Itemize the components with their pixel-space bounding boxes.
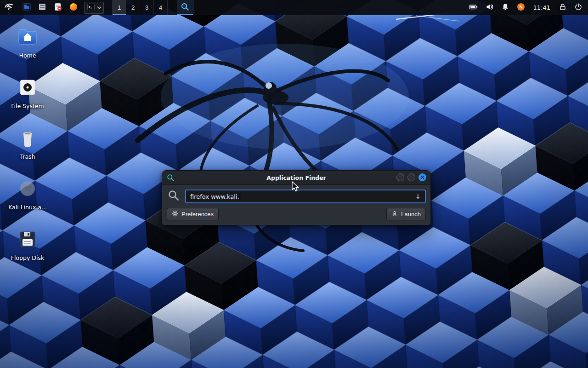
screen-lock-button[interactable] bbox=[559, 0, 567, 15]
desktop-icon-file-system[interactable]: File System bbox=[5, 76, 51, 109]
window-title: Application Finder bbox=[266, 174, 326, 181]
terminal-icon bbox=[86, 2, 96, 13]
launcher-file-manager[interactable] bbox=[22, 0, 31, 15]
volume-button[interactable] bbox=[486, 0, 494, 15]
title-bar[interactable]: Application Finder bbox=[162, 171, 430, 185]
launch-icon bbox=[391, 210, 398, 218]
app-finder-window: Application Finder bbox=[162, 170, 431, 225]
panel-separator bbox=[172, 4, 172, 12]
app-finder-icon bbox=[181, 2, 190, 13]
floppy-disk-icon bbox=[17, 228, 39, 252]
launcher-files[interactable] bbox=[38, 0, 47, 15]
search-row: firefox www.kali. ↓ bbox=[162, 185, 430, 207]
home-folder-icon bbox=[17, 26, 39, 50]
system-tray: 11:41 bbox=[465, 0, 586, 15]
speaker-icon bbox=[486, 3, 494, 12]
launcher-firefox[interactable] bbox=[69, 0, 78, 15]
hard-drive-icon bbox=[17, 76, 39, 100]
desktop-icon-floppy-disk[interactable]: Floppy Disk bbox=[5, 228, 51, 261]
launch-button[interactable]: Launch bbox=[386, 208, 426, 220]
chevron-down-icon bbox=[97, 3, 102, 12]
preferences-label: Preferences bbox=[181, 211, 214, 218]
updates-icon bbox=[517, 3, 525, 12]
close-button[interactable] bbox=[418, 173, 426, 181]
window-controls bbox=[396, 173, 426, 181]
file-cabinet-icon bbox=[38, 2, 47, 13]
history-dropdown-arrow-icon[interactable]: ↓ bbox=[415, 192, 421, 201]
workspace-1[interactable]: 1 bbox=[112, 0, 126, 15]
battery-indicator[interactable] bbox=[469, 0, 478, 15]
desktop-icon-label: Trash bbox=[20, 153, 35, 160]
close-icon bbox=[420, 174, 424, 181]
workspace-3[interactable]: 3 bbox=[140, 0, 154, 15]
taskbar-app-finder-button[interactable] bbox=[177, 0, 193, 15]
text-editor-icon bbox=[53, 2, 62, 13]
minimize-button[interactable] bbox=[396, 173, 404, 181]
desktop-icon-label: Kali Linux a... bbox=[8, 204, 47, 211]
firefox-icon bbox=[69, 2, 78, 13]
workspace-4[interactable]: 4 bbox=[153, 0, 168, 15]
search-icon bbox=[168, 190, 180, 203]
desktop-icon-kali-linux[interactable]: Kali Linux a... bbox=[5, 178, 51, 211]
launcher-text-editor[interactable] bbox=[53, 0, 62, 15]
kali-menu-button[interactable] bbox=[4, 0, 14, 15]
file-manager-icon bbox=[22, 2, 31, 13]
battery-icon bbox=[469, 4, 478, 12]
desktop-icon-list: Home File System Trash bbox=[5, 26, 51, 261]
gear-icon bbox=[172, 210, 178, 218]
desktop-icon-label: Floppy Disk bbox=[11, 254, 44, 261]
preferences-button[interactable]: Preferences bbox=[167, 208, 219, 220]
bell-icon bbox=[501, 3, 509, 12]
lock-icon bbox=[559, 3, 567, 12]
terminal-dropdown-button[interactable] bbox=[84, 2, 104, 14]
trash-icon bbox=[17, 127, 39, 151]
logout-button[interactable] bbox=[574, 0, 582, 15]
kali-logo-icon bbox=[4, 2, 14, 13]
search-input[interactable]: firefox www.kali. ↓ bbox=[185, 190, 426, 203]
launch-label: Launch bbox=[401, 211, 421, 218]
kali-badge-icon bbox=[17, 178, 39, 201]
desktop-icon-label: File System bbox=[11, 103, 44, 109]
button-row: Preferences Launch bbox=[162, 207, 430, 225]
power-icon bbox=[574, 3, 582, 12]
maximize-button[interactable] bbox=[407, 173, 415, 181]
workspace-2[interactable]: 2 bbox=[126, 0, 140, 15]
desktop-icon-trash[interactable]: Trash bbox=[5, 127, 51, 160]
desktop: 1 2 3 4 bbox=[0, 0, 588, 368]
updates-button[interactable] bbox=[517, 0, 525, 15]
clock[interactable]: 11:41 bbox=[533, 4, 550, 11]
search-input-value: firefox www.kali. bbox=[190, 193, 239, 200]
notifications-button[interactable] bbox=[501, 0, 509, 15]
top-panel: 1 2 3 4 bbox=[0, 0, 588, 15]
desktop-icon-home[interactable]: Home bbox=[5, 26, 51, 59]
text-caret bbox=[240, 193, 240, 200]
desktop-icon-label: Home bbox=[19, 52, 36, 59]
panel-left-group: 1 2 3 4 bbox=[2, 0, 193, 15]
window-app-finder-icon bbox=[167, 174, 174, 183]
workspace-switcher: 1 2 3 4 bbox=[112, 0, 167, 15]
